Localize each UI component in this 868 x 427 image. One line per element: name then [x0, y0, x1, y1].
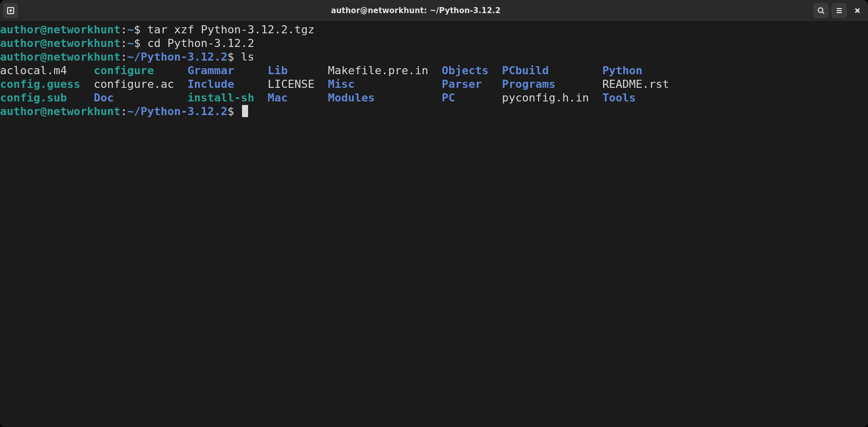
prompt-path: ~/Python-3.12.2	[127, 50, 228, 63]
search-button[interactable]	[813, 3, 829, 18]
ls-entry: Makefile.pre.in	[328, 64, 442, 77]
terminal-window: author@networkhunt: ~/Python-3.12.2	[0, 0, 868, 427]
prompt-line: author@networkhunt:~$ tar xzf Python-3.1…	[0, 23, 868, 36]
ls-entry: Mac	[268, 91, 328, 104]
ls-entry: config.sub	[0, 91, 93, 104]
ls-entry: PC	[442, 91, 502, 104]
ls-entry: Programs	[502, 78, 602, 90]
svg-point-3	[818, 8, 823, 13]
new-tab-button[interactable]	[3, 3, 18, 18]
prompt-colon: :	[120, 23, 127, 36]
ls-entry: Modules	[328, 91, 442, 104]
ls-entry: Lib	[268, 64, 328, 77]
prompt-command: cd Python-3.12.2	[147, 37, 254, 49]
ls-entry: config.guess	[0, 78, 93, 90]
ls-entry: Tools	[602, 91, 683, 104]
ls-entry: Doc	[93, 91, 187, 104]
prompt-line: author@networkhunt:~$ cd Python-3.12.2	[0, 36, 868, 50]
prompt-colon: :	[120, 50, 127, 63]
ls-entry: configure	[93, 64, 187, 77]
prompt-user: author@networkhunt	[0, 23, 120, 36]
prompt-user: author@networkhunt	[0, 37, 120, 49]
ls-entry: Include	[187, 78, 268, 90]
prompt-command: tar xzf Python-3.12.2.tgz	[147, 23, 314, 36]
ls-entry: configure.ac	[93, 78, 187, 90]
cursor	[242, 105, 248, 117]
ls-row: config.guess configure.ac Include LICENS…	[0, 77, 868, 91]
ls-entry: install-sh	[187, 91, 268, 104]
prompt-user: author@networkhunt	[0, 50, 120, 63]
titlebar: author@networkhunt: ~/Python-3.12.2	[0, 0, 868, 22]
prompt-line: author@networkhunt:~/Python-3.12.2$	[0, 104, 868, 118]
terminal-output[interactable]: author@networkhunt:~$ tar xzf Python-3.1…	[0, 22, 868, 427]
ls-entry: LICENSE	[268, 78, 328, 90]
ls-entry: aclocal.m4	[0, 64, 93, 77]
ls-entry: Parser	[442, 78, 502, 90]
prompt-user: author@networkhunt	[0, 105, 120, 118]
prompt-command: ls	[241, 50, 255, 63]
menu-button[interactable]	[832, 3, 847, 18]
prompt-dollar: $	[227, 105, 241, 118]
prompt-path: ~	[127, 37, 134, 49]
prompt-dollar: $	[227, 50, 241, 63]
prompt-path: ~/Python-3.12.2	[127, 105, 228, 118]
prompt-path: ~	[127, 23, 134, 36]
ls-row: aclocal.m4 configure Grammar Lib Makefil…	[0, 64, 868, 77]
ls-entry: Objects	[442, 64, 502, 77]
close-button[interactable]	[850, 3, 865, 18]
svg-line-4	[823, 12, 825, 14]
ls-entry: Grammar	[187, 64, 268, 77]
ls-row: config.sub Doc install-sh Mac Modules PC…	[0, 91, 868, 104]
ls-entry: Misc	[328, 78, 442, 90]
ls-entry: pyconfig.h.in	[502, 91, 602, 104]
prompt-dollar: $	[134, 37, 148, 49]
prompt-line: author@networkhunt:~/Python-3.12.2$ ls	[0, 50, 868, 64]
ls-entry: Python	[602, 64, 683, 77]
window-title: author@networkhunt: ~/Python-3.12.2	[18, 6, 813, 15]
prompt-dollar: $	[134, 23, 148, 36]
prompt-colon: :	[120, 105, 127, 118]
ls-entry: README.rst	[602, 78, 683, 90]
ls-entry: PCbuild	[502, 64, 602, 77]
prompt-colon: :	[120, 37, 127, 49]
